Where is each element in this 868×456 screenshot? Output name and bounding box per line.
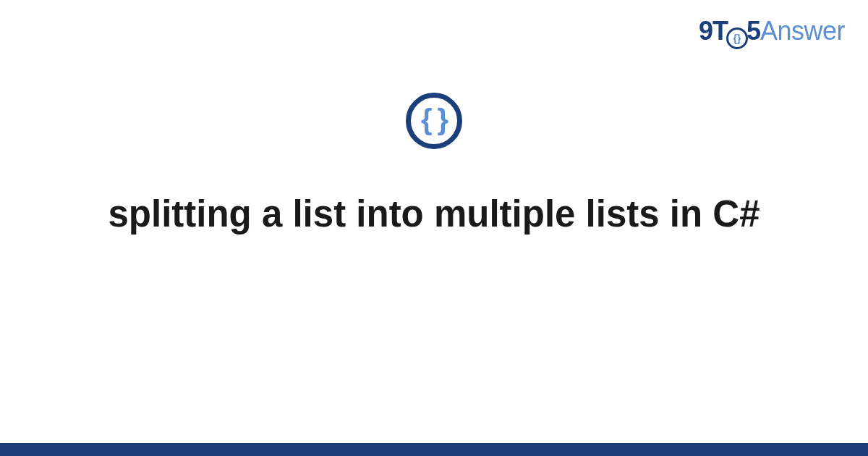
site-logo: 9T {} 5 Answer: [699, 16, 845, 47]
logo-text-5: 5: [746, 16, 760, 46]
page-title: splitting a list into multiple lists in …: [79, 191, 788, 237]
braces-symbol: { }: [421, 105, 447, 134]
logo-text-answer: Answer: [760, 16, 845, 46]
code-braces-icon: { }: [406, 93, 462, 149]
main-content: { } splitting a list into multiple lists…: [0, 93, 868, 237]
logo-braces-small: {}: [733, 33, 741, 43]
logo-text-9t: 9T: [699, 16, 728, 46]
logo-circle-icon: {}: [726, 28, 748, 49]
footer-accent-bar: [0, 443, 868, 456]
